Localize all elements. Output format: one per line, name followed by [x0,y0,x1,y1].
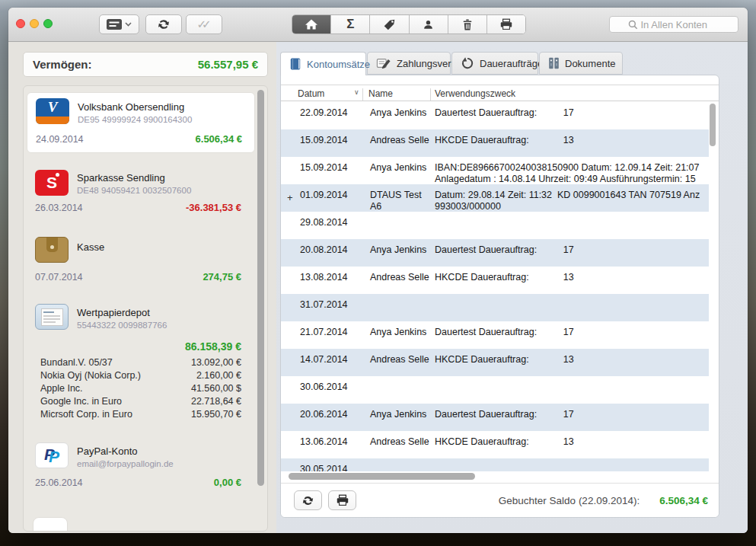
cell-name: Andreas Selle [370,354,431,366]
tab-label: Daueraufträge [480,58,543,69]
security-value: 15.950,70 € [191,409,241,422]
tab-dokumente[interactable]: Dokumente [539,52,623,75]
table-row[interactable]: 21.07.2014Anya JenkinsDauertest Dauerauf… [281,321,709,349]
security-row[interactable]: Bundanl.V. 05/3713.092,00 € [40,357,241,370]
titlebar[interactable]: ✓✓ Σ [8,8,748,42]
mark-all-button[interactable]: ✓✓ [186,14,222,34]
security-row[interactable]: Apple Inc.41.560,00 $ [40,383,241,396]
account-item-volksbank[interactable]: V Volksbank Obersendling DE95 49999924 9… [27,92,255,153]
securities-icon [35,304,69,330]
security-value: 22.718,64 € [191,396,241,409]
printer-icon [336,494,349,506]
transactions-panel: Datum ∨ Name Verwendungszweck 22.09.2014… [280,75,719,518]
booked-balance-value: 6.506,34 € [659,495,708,506]
table-row[interactable]: 13.06.2014Andreas SelleHKCDE Dauerauftra… [281,431,709,458]
table-row[interactable]: 22.09.2014Anya JenkinsDauertest Dauerauf… [281,102,709,129]
tag-icon [383,18,396,31]
table-row[interactable]: +01.09.2014DTAUS Test A6Datum: 29.08.14 … [281,184,709,212]
trash-icon [461,18,474,31]
table-row[interactable]: 13.08.2014Andreas SelleHKCDE Dauerauftra… [281,267,709,294]
table-vscrollbar-thumb[interactable] [710,104,716,146]
cell-date: 30.06.2014 [300,382,348,393]
segment-home[interactable] [292,15,331,34]
close-button[interactable] [16,19,25,28]
depot-total-value: 86.158,39 € [185,340,241,353]
next-account-partial[interactable] [33,517,68,532]
minimize-button[interactable] [30,19,39,28]
cell-name: DTAUS Test A6 [370,190,431,212]
security-row[interactable]: Micrsoft Corp. in Euro15.950,70 € [40,409,241,422]
chevron-down-icon [125,22,132,27]
table-row[interactable]: 29.08.2014 [281,212,709,239]
segment-tags[interactable] [370,15,409,34]
volksbank-logo-icon: V [36,98,69,124]
security-value: 41.560,00 $ [191,383,241,396]
wallet-icon [35,237,69,263]
sidebar-scrollbar-thumb[interactable] [257,90,264,486]
segment-payees[interactable] [410,15,448,34]
tab-zahlungsverkehr[interactable]: Zahlungsverkehr [367,52,451,75]
sigma-icon: Σ [346,17,354,32]
expand-toggle[interactable]: + [287,192,293,203]
account-date: 25.06.2014 [35,477,83,488]
search-input[interactable] [641,19,720,30]
print-button[interactable] [328,490,356,510]
column-header-verwendungszweck[interactable]: Verwendungszweck [435,88,515,99]
account-name: Kasse [77,241,104,253]
home-icon [305,18,318,30]
account-name: Sparkasse Sendling [77,172,165,184]
repeat-icon [461,56,474,70]
table-row[interactable]: 20.08.2014Anya JenkinsDauertest Dauerauf… [281,239,709,267]
column-header-datum[interactable]: Datum [298,88,324,99]
table-row[interactable]: 30.05.2014 [281,458,709,471]
cell-name: Anya Jenkins [370,162,431,174]
zoom-button[interactable] [43,19,53,28]
security-row[interactable]: Google Inc. in Euro22.718,64 € [40,396,241,409]
search-icon [628,20,638,30]
refresh-icon [157,18,171,31]
security-name: Apple Inc. [40,383,83,396]
search-field[interactable] [609,16,738,33]
segment-print[interactable] [487,15,525,34]
view-options-button[interactable] [99,14,139,34]
app-window: ✓✓ Σ [8,8,748,533]
cell-date: 31.07.2014 [300,299,348,311]
security-name: Nokia Oyj (Nokia Corp.) [40,370,141,383]
cell-date: 20.08.2014 [300,244,348,256]
paypal-logo-icon: PP [35,442,69,468]
sort-direction-icon[interactable]: ∨ [354,88,359,96]
table-row[interactable]: 31.07.2014 [281,294,709,321]
column-header-name[interactable]: Name [368,88,393,99]
account-list: V Volksbank Obersendling DE95 49999924 9… [23,85,268,532]
tab-kontoumsaetze[interactable]: Kontoumsätze [280,52,366,75]
cell-name: Andreas Selle [370,135,431,146]
binder-icon [548,56,560,70]
table-row[interactable]: 14.07.2014Andreas SelleHKCDE Dauerauftra… [281,349,709,376]
cell-purpose: Dauertest Dauerauftrag: 17 [435,244,574,256]
tab-dauerauftraege[interactable]: Daueraufträge [451,52,538,75]
account-date: 24.09.2014 [36,134,84,145]
table-hscrollbar-thumb[interactable] [289,473,475,480]
table-row[interactable]: 15.09.2014Andreas SelleHKCDE Dauerauftra… [281,129,709,157]
segment-trash[interactable] [448,15,487,34]
cell-purpose: Dauertest Dauerauftrag: 17 [435,327,574,338]
cell-date: 15.09.2014 [300,135,348,146]
security-row[interactable]: Nokia Oyj (Nokia Corp.)2.160,00 € [40,370,241,383]
cell-purpose: HKCDE Dauerauftrag: 13 [435,436,574,448]
table-row[interactable]: 15.09.2014Anya JenkinsIBAN:DE89666700240… [281,157,709,184]
refresh-button[interactable] [145,14,182,34]
cell-date: 22.09.2014 [300,107,348,119]
cell-name: Andreas Selle [370,272,431,283]
security-name: Bundanl.V. 05/37 [40,357,113,370]
table-row[interactable]: 30.06.2014 [281,376,709,404]
table-row[interactable]: 20.06.2014Anya JenkinsDauertest Dauerauf… [281,404,709,431]
cell-name: Anya Jenkins [370,327,431,338]
person-icon [422,18,435,31]
security-name: Micrsoft Corp. in Euro [40,409,132,422]
form-pencil-icon [376,56,391,70]
cell-date: 29.08.2014 [300,217,348,228]
cell-name: Andreas Selle [370,436,431,448]
refresh-transactions-button[interactable] [294,490,322,510]
segment-sum[interactable]: Σ [331,15,370,34]
cell-name: Anya Jenkins [370,409,431,420]
